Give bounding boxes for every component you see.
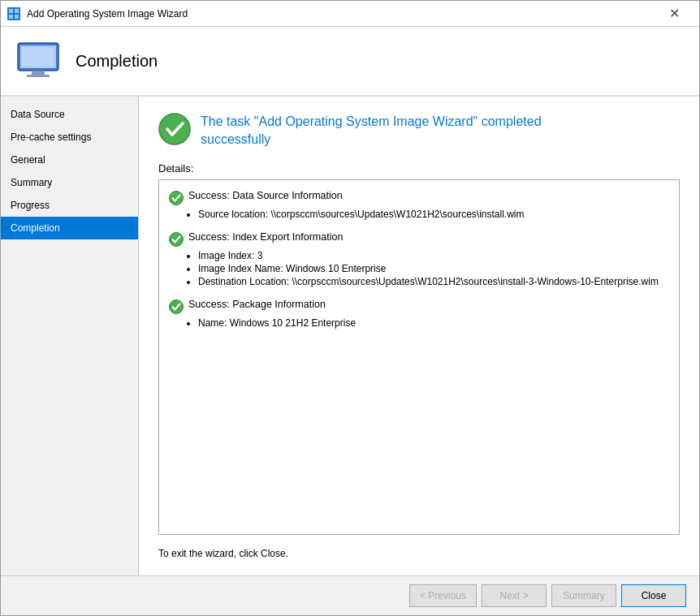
svg-rect-1 — [9, 9, 13, 13]
small-success-icon-1 — [169, 191, 184, 205]
header-image — [14, 37, 63, 85]
wizard-sidebar: Data Source Pre-cache settings General S… — [1, 97, 139, 575]
detail-success-row-2: Success: Index Export Information — [169, 231, 669, 247]
svg-rect-4 — [15, 15, 19, 19]
sidebar-item-data-source[interactable]: Data Source — [1, 103, 138, 126]
detail-block-1: Success: Data Source Information Source … — [169, 190, 669, 220]
svg-point-12 — [170, 232, 184, 246]
app-icon — [7, 7, 20, 20]
detail-title-1: Success: Data Source Information — [188, 190, 343, 201]
detail-bullet-3-0: Name: Windows 10 21H2 Enterprise — [198, 317, 669, 329]
wizard-window: Add Operating System Image Wizard ✕ Comp… — [0, 0, 700, 616]
success-header: The task "Add Operating System Image Wiz… — [158, 113, 680, 149]
success-icon — [158, 113, 191, 145]
detail-bullet-2-0: Image Index: 3 — [198, 250, 669, 261]
sidebar-item-progress[interactable]: Progress — [1, 194, 138, 217]
main-panel: The task "Add Operating System Image Wiz… — [139, 97, 699, 575]
sidebar-item-summary[interactable]: Summary — [1, 171, 138, 194]
details-label: Details: — [158, 162, 680, 174]
title-bar: Add Operating System Image Wizard ✕ — [1, 1, 699, 27]
detail-bullets-2: Image Index: 3 Image Index Name: Windows… — [198, 250, 669, 287]
sidebar-item-pre-cache[interactable]: Pre-cache settings — [1, 126, 138, 149]
exit-hint: To exit the wizard, click Close. — [158, 545, 680, 559]
detail-bullets-1: Source location: \\corpsccm\sources\Upda… — [198, 209, 669, 220]
svg-rect-3 — [9, 15, 13, 19]
summary-button[interactable]: Summary — [551, 584, 616, 607]
svg-rect-9 — [22, 47, 54, 67]
content-area: Data Source Pre-cache settings General S… — [1, 97, 699, 575]
title-bar-text: Add Operating System Image Wizard — [27, 8, 655, 19]
details-box: Success: Data Source Information Source … — [158, 179, 680, 535]
wizard-header: Completion — [1, 27, 699, 97]
svg-point-10 — [159, 114, 190, 144]
header-title: Completion — [76, 52, 158, 71]
footer: < Previous Next > Summary Close — [1, 575, 699, 615]
detail-block-2: Success: Index Export Information Image … — [169, 231, 669, 287]
svg-point-13 — [170, 299, 184, 313]
detail-success-row-1: Success: Data Source Information — [169, 190, 669, 205]
svg-rect-2 — [15, 9, 19, 13]
detail-bullet-2-1: Image Index Name: Windows 10 Enterprise — [198, 263, 669, 274]
svg-rect-7 — [32, 71, 45, 75]
small-success-icon-2 — [169, 232, 184, 247]
success-message: The task "Add Operating System Image Wiz… — [201, 113, 542, 149]
detail-bullets-3: Name: Windows 10 21H2 Enterprise — [198, 317, 669, 329]
svg-point-11 — [170, 191, 184, 205]
detail-bullet-1-0: Source location: \\corpsccm\sources\Upda… — [198, 209, 669, 220]
detail-bullet-2-2: Destination Location: \\corpsccm\sources… — [198, 276, 669, 287]
sidebar-item-general[interactable]: General — [1, 149, 138, 171]
detail-title-2: Success: Index Export Information — [188, 231, 343, 243]
detail-success-row-3: Success: Package Information — [169, 299, 669, 314]
detail-block-3: Success: Package Information Name: Windo… — [169, 299, 669, 329]
svg-rect-8 — [27, 75, 50, 77]
detail-title-3: Success: Package Information — [188, 299, 326, 310]
small-success-icon-3 — [169, 299, 184, 314]
close-window-button[interactable]: ✕ — [655, 1, 693, 27]
close-button[interactable]: Close — [621, 584, 686, 607]
sidebar-item-completion[interactable]: Completion — [1, 217, 138, 239]
next-button[interactable]: Next > — [482, 584, 547, 607]
previous-button[interactable]: < Previous — [409, 584, 477, 607]
